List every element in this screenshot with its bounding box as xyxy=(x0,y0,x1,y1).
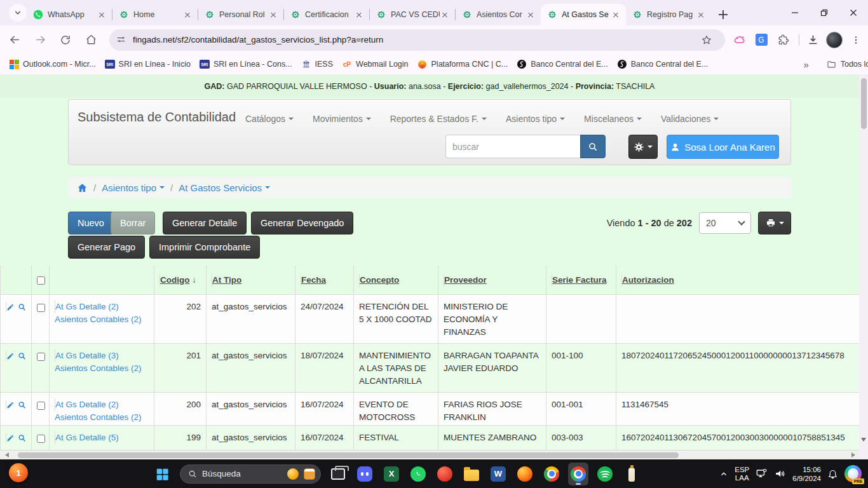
bookmark-outlook[interactable]: Outlook.com - Micr... xyxy=(9,59,96,69)
chrome-app-button[interactable] xyxy=(541,463,562,485)
taskbar-search[interactable]: Búsqueda xyxy=(180,464,321,484)
menu-reportes[interactable]: Reportes & Estados F. xyxy=(390,114,487,124)
extensions-button[interactable] xyxy=(773,30,792,50)
discord-app-button[interactable] xyxy=(355,463,375,485)
asientos-contables-link[interactable]: Asientos Contables (2) xyxy=(55,313,149,326)
vertical-scrollbar-thumb[interactable] xyxy=(861,78,867,129)
tab-close-icon[interactable] xyxy=(526,10,536,20)
tab-registro-pagos[interactable]: Registro Pag xyxy=(626,4,711,25)
translate-button[interactable]: G xyxy=(752,30,771,50)
user-button[interactable]: Sosa Loor Ana Karen xyxy=(667,135,779,159)
row-checkbox[interactable] xyxy=(37,353,45,361)
row-checkbox[interactable] xyxy=(37,304,45,312)
borrar-button[interactable]: Borrar xyxy=(111,212,155,234)
at-gs-detalle-link[interactable]: At Gs Detalle (5) xyxy=(55,431,149,444)
copilot-button[interactable]: PRE xyxy=(844,465,862,482)
menu-catalogos[interactable]: Catálogos xyxy=(245,114,294,124)
tab-pac-vs-cedu[interactable]: PAC VS CEDU xyxy=(370,4,455,25)
row-checkbox[interactable] xyxy=(37,435,45,443)
horizontal-scrollbar[interactable] xyxy=(0,450,859,459)
file-explorer-button[interactable] xyxy=(461,463,482,485)
asientos-contables-link[interactable]: Asientos Contables (2) xyxy=(55,411,149,424)
header-serie-factura[interactable]: Serie Factura xyxy=(546,266,616,294)
header-fecha[interactable]: Fecha xyxy=(295,266,354,294)
downloads-button[interactable] xyxy=(803,30,822,50)
start-button[interactable] xyxy=(153,464,172,484)
generar-pago-button[interactable]: Generar Pago xyxy=(68,236,145,259)
row-checkbox[interactable] xyxy=(37,402,45,410)
search-button[interactable] xyxy=(580,135,606,158)
asientos-contables-link[interactable]: Asientos Contables (2) xyxy=(55,362,149,375)
tab-whatsapp[interactable]: WhatsApp xyxy=(27,4,112,25)
tab-close-icon[interactable] xyxy=(696,10,706,20)
tab-personal-rol[interactable]: Personal Rol xyxy=(198,4,283,25)
minimize-button[interactable] xyxy=(780,0,810,25)
breadcrumb-asientos-tipo[interactable]: Asientos tipo xyxy=(102,182,165,193)
network-icon[interactable] xyxy=(756,468,768,480)
imprimir-comprobante-button[interactable]: Imprimir Comprobante xyxy=(149,236,260,259)
bookmark-sri-consultas[interactable]: SRI SRI en Línea - Cons... xyxy=(200,59,292,69)
task-view-button[interactable] xyxy=(328,463,348,485)
bookmark-webmail[interactable]: cP Webmail Login xyxy=(342,59,408,69)
menu-validaciones[interactable]: Validaciones xyxy=(661,114,719,124)
header-autorizacion[interactable]: Autorizacion xyxy=(616,266,859,294)
header-concepto[interactable]: Concepto xyxy=(354,266,438,294)
select-all-checkbox[interactable] xyxy=(37,276,45,285)
tray-chevron-up-icon[interactable] xyxy=(719,470,728,478)
at-gs-detalle-link[interactable]: At Gs Detalle (3) xyxy=(55,349,149,362)
tab-asientos-contables[interactable]: Asientos Cor xyxy=(456,4,541,25)
tab-home[interactable]: Home xyxy=(112,4,198,25)
view-magnifier-icon[interactable] xyxy=(18,433,26,443)
firefox-app-button[interactable] xyxy=(515,463,535,485)
all-bookmarks-button[interactable]: Todos los marcadores xyxy=(827,59,868,69)
menu-asientos-tipo[interactable]: Asientos tipo xyxy=(506,114,565,124)
edit-pencil-icon[interactable] xyxy=(6,400,15,410)
at-gs-detalle-link[interactable]: At Gs Detalle (2) xyxy=(55,301,149,313)
scroll-left-icon[interactable] xyxy=(5,452,9,458)
view-magnifier-icon[interactable] xyxy=(18,400,26,410)
notifications-bell-icon[interactable] xyxy=(827,468,838,479)
scroll-down-icon[interactable] xyxy=(861,438,866,442)
bookmark-banco-central-2[interactable]: Banco Central del E... xyxy=(617,59,709,69)
bookmark-banco-central-1[interactable]: Banco Central del E... xyxy=(517,59,608,69)
tab-at-gastos-servicios-active[interactable]: At Gastos Se xyxy=(541,4,626,25)
settings-button[interactable] xyxy=(628,135,658,159)
header-at-tipo[interactable]: At Tipo xyxy=(207,266,295,294)
browser-menu-button[interactable] xyxy=(846,30,865,50)
bookmark-star-button[interactable] xyxy=(697,30,716,50)
edit-pencil-icon[interactable] xyxy=(6,433,15,443)
bookmark-cnc[interactable]: Plataforma CNC | C... xyxy=(417,59,508,69)
new-tab-button[interactable] xyxy=(715,6,731,23)
excel-app-button[interactable]: X xyxy=(381,463,402,485)
menu-movimientos[interactable]: Movimientos xyxy=(313,114,371,124)
forward-button[interactable] xyxy=(29,29,51,51)
bookmarks-overflow-button[interactable]: » xyxy=(803,59,808,70)
tab-certificacion[interactable]: Certificacion xyxy=(284,4,369,25)
notification-bubble[interactable]: 1 xyxy=(9,463,28,482)
scroll-right-icon[interactable] xyxy=(851,452,855,458)
tab-close-icon[interactable] xyxy=(182,10,193,20)
tab-search-button[interactable] xyxy=(9,4,27,22)
edit-pencil-icon[interactable] xyxy=(6,351,15,361)
chrome-active-app-button[interactable] xyxy=(568,463,588,485)
tab-close-icon[interactable] xyxy=(97,10,107,20)
language-indicator[interactable]: ESP LAA xyxy=(735,466,749,482)
breadcrumb-at-gastos-servicios[interactable]: At Gastos Servicios xyxy=(179,182,270,193)
word-app-button[interactable]: W xyxy=(488,463,508,485)
spotify-app-button[interactable] xyxy=(595,463,615,485)
whatsapp-app-button[interactable] xyxy=(408,463,428,485)
print-button[interactable] xyxy=(758,212,791,234)
profile-button[interactable] xyxy=(825,30,844,50)
bookmark-sri-inicio[interactable]: SRI SRI en Línea - Inicio xyxy=(105,59,191,69)
reload-button[interactable] xyxy=(55,29,76,51)
nuevo-button[interactable]: Nuevo xyxy=(68,212,114,234)
back-button[interactable] xyxy=(4,29,25,51)
page-size-select[interactable]: 20 xyxy=(699,212,751,234)
generar-detalle-button[interactable]: Generar Detalle xyxy=(163,212,247,234)
edit-pencil-icon[interactable] xyxy=(6,302,15,312)
clock[interactable]: 15:06 6/9/2024 xyxy=(792,465,821,483)
generar-devengado-button[interactable]: Generar Devengado xyxy=(251,212,353,234)
menu-miscelaneos[interactable]: Miscelaneos xyxy=(584,114,642,124)
tab-close-icon[interactable] xyxy=(611,10,621,20)
vertical-scrollbar[interactable] xyxy=(859,74,868,459)
